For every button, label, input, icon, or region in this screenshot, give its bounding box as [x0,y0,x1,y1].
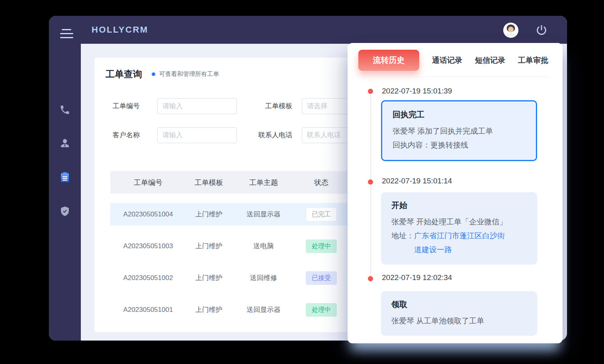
power-icon [536,31,547,37]
timeline-card-line: 张爱琴 添加了回执并完成工单 [393,124,526,138]
page-subtitle: 可查看和管理所有工单 [159,70,219,78]
customer-name-input[interactable] [157,127,237,143]
menu-icon[interactable] [60,29,74,39]
app-logo-text: HOLLYCRM [92,25,149,35]
timeline-timestamp: 2022-07-19 15:01:14 [382,177,452,185]
timeline-line [370,91,371,278]
security-shield-icon [59,206,70,218]
sidebar-item-phone[interactable] [49,99,81,122]
column-header-order-id: 工单编号 [110,171,186,194]
top-header-bar: HOLLYCRM [49,16,567,44]
tab-call-records[interactable]: 通话记录 [432,55,462,66]
timeline-card-title: 领取 [391,299,527,310]
address-label: 地址： [391,229,414,243]
sidebar-item-contacts[interactable] [49,133,81,155]
page-title: 工单查询 [106,68,142,80]
user-avatar[interactable] [503,23,518,38]
subtitle-dot-icon [152,72,155,76]
filter-label-customer: 客户名称 [113,127,145,143]
order-id-input[interactable] [157,98,237,114]
address-link[interactable]: 广东省江门市蓬江区白沙街道建设一路 [414,229,506,257]
history-detail-panel: 流转历史 通话记录 短信记录 工单审批 2022-07-19 15:01:39 … [348,43,563,343]
sidebar-item-security[interactable] [49,201,81,223]
timeline-card-claim[interactable]: 领取 张爱琴 从工单池领取了工单 [381,291,537,336]
logout-power-button[interactable] [536,24,547,36]
timeline-dot-icon [368,276,373,281]
filter-label-template: 工单模板 [248,98,292,114]
timeline-card-line: 张爱琴 开始处理工单「企业微信」 [391,215,527,229]
filter-label-order-id: 工单编号 [113,98,145,114]
column-header-status: 状态 [295,171,347,194]
status-badge: 已接受 [306,271,337,285]
timeline-card-title: 回执完工 [393,109,526,120]
timeline-dot-icon [368,89,373,94]
tab-sms-records[interactable]: 短信记录 [475,55,505,66]
filter-label-contact-phone: 联系人电话 [248,127,292,143]
work-order-clipboard-icon [59,171,71,185]
timeline-card-line: 张爱琴 从工单池领取了工单 [391,314,527,328]
timeline-timestamp: 2022-07-19 15:01:39 [382,87,452,95]
timeline-dot-icon [368,179,373,185]
timeline-card-title: 开始 [391,200,527,211]
panel-tabs: 流转历史 通话记录 短信记录 工单审批 [358,50,552,71]
tabs-divider [362,76,549,77]
sidebar [49,16,81,341]
timeline-timestamp: 2022-07-19 12:02:34 [382,273,452,282]
sidebar-item-work-orders[interactable] [49,167,81,189]
timeline-card-start[interactable]: 开始 张爱琴 开始处理工单「企业微信」 地址： 广东省江门市蓬江区白沙街道建设一… [381,192,537,265]
contact-person-icon [59,137,71,151]
status-badge: 已完工 [306,207,337,222]
status-badge: 处理中 [306,239,337,253]
timeline-card-receipt-complete[interactable]: 回执完工 张爱琴 添加了回执并完成工单 回执内容：更换转接线 [381,100,537,161]
phone-icon [59,104,70,117]
timeline-card-line: 回执内容：更换转接线 [393,138,526,152]
column-header-subject: 工单主题 [232,171,295,194]
tab-order-approval[interactable]: 工单审批 [518,55,548,66]
column-header-template: 工单模板 [186,171,232,194]
status-badge: 处理中 [306,303,337,317]
tab-circulation-history[interactable]: 流转历史 [358,50,419,71]
